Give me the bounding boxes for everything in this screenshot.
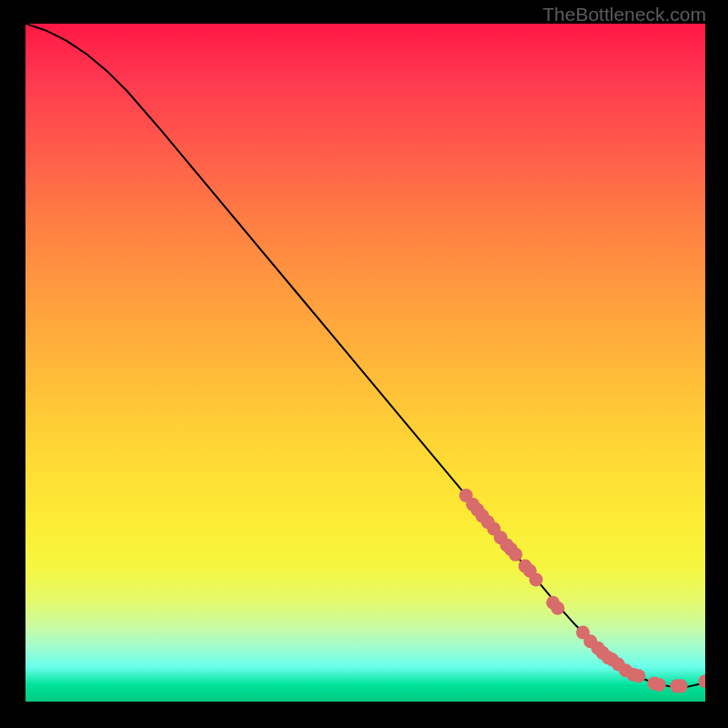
plot-area bbox=[25, 24, 705, 702]
watermark-text: TheBottleneck.com bbox=[542, 4, 706, 25]
chart-container: TheBottleneck.com bbox=[0, 0, 728, 728]
